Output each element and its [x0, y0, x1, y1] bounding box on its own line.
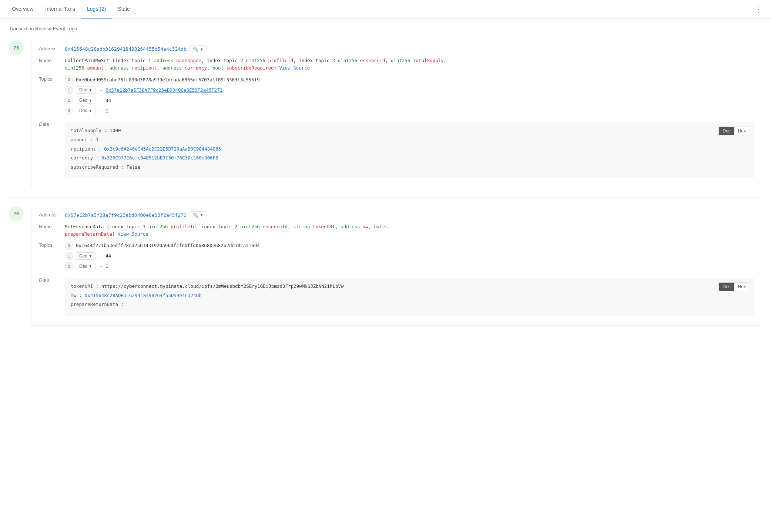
name-label: Name [39, 223, 65, 229]
name-value: SetEssenceData (index_topic_1 uint256 pr… [65, 223, 754, 238]
name-value: CollectPaidMwSet (index_topic_1 address … [65, 57, 754, 72]
address-row: Address0x415648c28adb31629418498264f55d5… [39, 45, 754, 53]
topic-index-badge: 3 [65, 107, 73, 115]
address-search-button[interactable]: 🔍 ▼ [190, 45, 207, 53]
topics-label: Topics [39, 75, 65, 82]
topic-index-badge: 2 [65, 96, 73, 104]
data-field-label: totalSupply : [71, 128, 110, 133]
topics-row: Topics00x1644f271ba3edff28cd2563431920a9… [39, 242, 754, 273]
name-row: NameSetEssenceData (index_topic_1 uint25… [39, 223, 754, 238]
topic-dec-button[interactable]: Dec ▼ [76, 86, 95, 94]
more-options-icon[interactable]: ⋮ [752, 2, 765, 17]
tab-bar: Overview Internal Txns Logs (2) State ⋮ [0, 0, 771, 18]
name-label: Name [39, 57, 65, 63]
data-field-value-link[interactable]: 0x2c9c6A240eC45Ac2C22E5B720aAaB0C9044840… [104, 146, 221, 152]
log-index-badge: 75 [9, 40, 24, 55]
tab-overview[interactable]: Overview [6, 0, 39, 18]
data-field-value-link[interactable]: 0x326C977E6efc84E512bB9C30f76E30c160eD06… [101, 155, 218, 161]
topic-index-badge: 0 [65, 75, 73, 84]
log-body: Address0x57e12b7a5f38a7f9c23ebd0400e6e53… [31, 205, 762, 326]
topic-value: 44 [105, 253, 111, 259]
data-line: totalSupply : 1000 [71, 127, 748, 134]
topic-dec-button[interactable]: Dec ▼ [76, 97, 95, 104]
data-section: DecHextotalSupply : 1000amount : 1recipi… [65, 122, 754, 178]
topic-row: 00x1644f271ba3edff28cd2563431920a960fcfe… [65, 242, 754, 250]
data-field-label: mw : [71, 293, 85, 298]
topic-dec-button[interactable]: Dec ▼ [76, 252, 95, 260]
topic-value: 44 [105, 98, 111, 103]
tab-internal-txns[interactable]: Internal Txns [39, 0, 81, 18]
log-body: Address0x415648c28adb31629418498264f55d5… [31, 39, 762, 188]
address-row: Address0x57e12b7a5f38a7f9c23ebd0400e6e53… [39, 211, 754, 219]
data-field-label: prepareReturnData : [71, 302, 124, 307]
data-field-label: subscribeRequired : [71, 164, 127, 170]
topic-row: 1Dec ▼→ 44 [65, 252, 754, 260]
data-field-value-link[interactable]: 0x415648c28ADB31629418498264f55D54e4c324… [85, 293, 202, 298]
data-field-label: amount : [71, 137, 96, 142]
topic-hash: 0xe0bed9059cabc761c890d3878a979e2dcada68… [76, 77, 260, 83]
topic-value: 1 [105, 263, 108, 269]
topics-value: 00x1644f271ba3edff28cd2563431920a960fcfe… [65, 242, 754, 273]
topic-index-badge: 1 [65, 252, 73, 260]
data-field-label: currency : [71, 155, 101, 161]
data-line: currency : 0x326C977E6efc84E512bB9C30f76… [71, 155, 748, 162]
data-line: tokenURI : https://cyberconnect.mypinata… [71, 283, 748, 290]
topic-dec-button[interactable]: Dec ▼ [76, 263, 95, 270]
address-link[interactable]: 0x57e12b7a5f38a7f9c23ebd0400e6e53f2a45f2… [65, 212, 187, 218]
topic-value: 1 [105, 108, 108, 114]
topic-index-badge: 1 [65, 86, 73, 94]
log-entry-76: 76Address0x57e12b7a5f38a7f9c23ebd0400e6e… [9, 205, 762, 326]
view-source-link[interactable]: View Source [118, 231, 148, 237]
topic-row: 1Dec ▼→ 0x57e12b7a5F38A7F9c23eBD0400e6E5… [65, 86, 754, 94]
topic-arrow: → [98, 253, 103, 259]
data-line: recipient : 0x2c9c6A240eC45Ac2C22E5B720a… [71, 146, 748, 153]
hex-button[interactable]: Hex [734, 283, 750, 291]
view-source-link[interactable]: View Source [279, 65, 310, 71]
topic-index-badge: 0 [65, 242, 73, 250]
topic-row: 00xe0bed9059cabc761c890d3878a979e2dcada6… [65, 75, 754, 84]
dec-button[interactable]: Dec [719, 127, 734, 135]
topic-arrow: → [98, 87, 103, 93]
topic-row: 3Dec ▼→ 1 [65, 107, 754, 115]
dec-hex-group: DecHex [718, 127, 750, 135]
section-title: Transaction Receipt Event Logs [9, 26, 762, 31]
address-value: 0x57e12b7a5f38a7f9c23ebd0400e6e53f2a45f2… [65, 211, 754, 219]
tab-state[interactable]: State [112, 0, 136, 18]
data-line: mw : 0x415648c28ADB31629418498264f55D54e… [71, 292, 748, 299]
tab-logs[interactable]: Logs (2) [81, 0, 112, 18]
topic-row: 2Dec ▼→ 1 [65, 262, 754, 270]
log-entry-75: 75Address0x415648c28adb31629418498264f55… [9, 39, 762, 188]
topic-index-badge: 2 [65, 262, 73, 270]
data-field-value: 1000 [110, 128, 121, 133]
log-index-badge: 76 [9, 206, 24, 221]
hex-button[interactable]: Hex [734, 127, 750, 135]
topic-arrow: → [98, 108, 103, 114]
dec-button[interactable]: Dec [719, 283, 734, 291]
data-line: subscribeRequired : False [71, 164, 748, 171]
address-label: Address [39, 211, 65, 218]
data-row: DataDecHextokenURI : https://cyberconnec… [39, 276, 754, 316]
topic-value-link[interactable]: 0x57e12b7a5F38A7F9c23eBD0400e6E53F2a45F2… [105, 87, 222, 93]
topics-label: Topics [39, 242, 65, 248]
data-line: prepareReturnData : [71, 301, 748, 308]
data-value-container: DecHextokenURI : https://cyberconnect.my… [65, 276, 754, 316]
address-value: 0x415648c28adb31629418498264f55d54e4c324… [65, 45, 754, 53]
data-label: Data [39, 276, 65, 283]
address-search-button[interactable]: 🔍 ▼ [190, 211, 207, 219]
data-field-value: 1 [96, 137, 99, 142]
topic-hash: 0x1644f271ba3edff28cd2563431920a960fcfeb… [76, 243, 260, 248]
topic-dec-button[interactable]: Dec ▼ [76, 107, 95, 114]
address-label: Address [39, 45, 65, 51]
data-field-value: False [127, 164, 141, 170]
data-section: DecHextokenURI : https://cyberconnect.my… [65, 278, 754, 316]
topics-value: 00xe0bed9059cabc761c890d3878a979e2dcada6… [65, 75, 754, 117]
address-link[interactable]: 0x415648c28adb31629418498264f55d54e4c324… [65, 46, 187, 52]
data-field-label: tokenURI : [71, 283, 101, 289]
dec-hex-group: DecHex [718, 282, 750, 291]
data-row: DataDecHextotalSupply : 1000amount : 1re… [39, 121, 754, 178]
data-field-label: recipient : [71, 146, 104, 152]
topics-row: Topics00xe0bed9059cabc761c890d3878a979e2… [39, 75, 754, 117]
data-value-container: DecHextotalSupply : 1000amount : 1recipi… [65, 121, 754, 178]
topic-arrow: → [98, 263, 103, 269]
name-row: NameCollectPaidMwSet (index_topic_1 addr… [39, 57, 754, 72]
